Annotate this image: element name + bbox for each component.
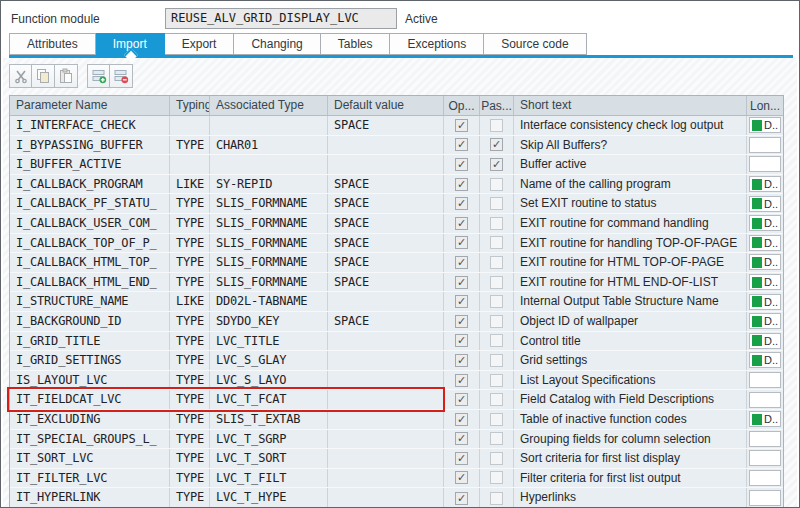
- optional-checkbox[interactable]: ✓: [455, 256, 468, 269]
- default-value-cell[interactable]: [328, 332, 444, 351]
- long-text-button[interactable]: [749, 431, 781, 447]
- optional-checkbox[interactable]: ✓: [455, 471, 468, 484]
- pass-value-checkbox[interactable]: [490, 492, 503, 505]
- associated-type-cell[interactable]: SLIS_FORMNAME: [210, 273, 328, 292]
- short-text-cell[interactable]: EXIT routine for HTML TOP-OF-PAGE: [514, 253, 747, 272]
- default-value-cell[interactable]: [328, 371, 444, 390]
- associated-type-cell[interactable]: LVC_T_HYPE: [210, 488, 328, 508]
- typing-cell[interactable]: TYPE: [170, 410, 210, 429]
- tab-tables[interactable]: Tables: [321, 33, 391, 55]
- typing-cell[interactable]: TYPE: [170, 449, 210, 468]
- long-text-button[interactable]: D..: [749, 411, 781, 427]
- pass-value-checkbox[interactable]: [490, 413, 503, 426]
- optional-checkbox[interactable]: ✓: [455, 217, 468, 230]
- short-text-cell[interactable]: Object ID of wallpaper: [514, 312, 747, 331]
- associated-type-cell[interactable]: LVC_T_FILT: [210, 469, 328, 488]
- pass-value-checkbox[interactable]: [490, 178, 503, 191]
- parameter-name-cell[interactable]: IT_FIELDCAT_LVC: [10, 390, 170, 409]
- typing-cell[interactable]: [170, 155, 210, 174]
- default-value-cell[interactable]: SPACE: [328, 312, 444, 331]
- default-value-cell[interactable]: SPACE: [328, 214, 444, 233]
- optional-checkbox[interactable]: ✓: [455, 334, 468, 347]
- default-value-cell[interactable]: [328, 155, 444, 174]
- optional-checkbox[interactable]: ✓: [455, 178, 468, 191]
- optional-checkbox[interactable]: ✓: [455, 393, 468, 406]
- tab-changing[interactable]: Changing: [234, 33, 320, 55]
- pass-value-checkbox[interactable]: [490, 334, 503, 347]
- pass-value-checkbox[interactable]: [490, 393, 503, 406]
- short-text-cell[interactable]: Buffer active: [514, 155, 747, 174]
- parameter-name-cell[interactable]: I_BUFFER_ACTIVE: [10, 155, 170, 174]
- pass-value-checkbox[interactable]: [490, 354, 503, 367]
- insert-line-icon[interactable]: [87, 64, 110, 88]
- long-text-button[interactable]: D..: [749, 176, 781, 192]
- long-text-button[interactable]: D..: [749, 274, 781, 290]
- long-text-button[interactable]: [749, 470, 781, 486]
- long-text-button[interactable]: D..: [749, 196, 781, 212]
- associated-type-cell[interactable]: [210, 155, 328, 174]
- optional-checkbox[interactable]: ✓: [455, 413, 468, 426]
- default-value-cell[interactable]: [328, 410, 444, 429]
- associated-type-cell[interactable]: CHAR01: [210, 136, 328, 155]
- associated-type-cell[interactable]: [210, 116, 328, 135]
- associated-type-cell[interactable]: LVC_TITLE: [210, 332, 328, 351]
- parameter-name-cell[interactable]: IT_FILTER_LVC: [10, 469, 170, 488]
- default-value-cell[interactable]: SPACE: [328, 175, 444, 194]
- pass-value-checkbox[interactable]: [490, 197, 503, 210]
- tab-export[interactable]: Export: [165, 33, 235, 55]
- typing-cell[interactable]: TYPE: [170, 312, 210, 331]
- short-text-cell[interactable]: Interface consistency check log output: [514, 116, 747, 135]
- optional-checkbox[interactable]: ✓: [455, 158, 468, 171]
- pass-value-checkbox[interactable]: ✓: [490, 138, 503, 151]
- long-text-button[interactable]: [749, 372, 781, 388]
- typing-cell[interactable]: TYPE: [170, 234, 210, 253]
- default-value-cell[interactable]: [328, 136, 444, 155]
- associated-type-cell[interactable]: LVC_S_GLAY: [210, 351, 328, 370]
- default-value-cell[interactable]: [328, 449, 444, 468]
- long-text-button[interactable]: D..: [749, 294, 781, 310]
- short-text-cell[interactable]: EXIT routine for command handling: [514, 214, 747, 233]
- function-module-name-field[interactable]: REUSE_ALV_GRID_DISPLAY_LVC: [165, 8, 397, 29]
- parameter-name-cell[interactable]: I_GRID_SETTINGS: [10, 351, 170, 370]
- short-text-cell[interactable]: Name of the calling program: [514, 175, 747, 194]
- associated-type-cell[interactable]: LVC_T_SORT: [210, 449, 328, 468]
- parameter-name-cell[interactable]: IT_SORT_LVC: [10, 449, 170, 468]
- pass-value-checkbox[interactable]: [490, 315, 503, 328]
- pass-value-checkbox[interactable]: [490, 295, 503, 308]
- associated-type-cell[interactable]: SLIS_FORMNAME: [210, 194, 328, 213]
- short-text-cell[interactable]: Grouping fields for column selection: [514, 430, 747, 449]
- default-value-cell[interactable]: SPACE: [328, 253, 444, 272]
- pass-value-checkbox[interactable]: [490, 276, 503, 289]
- parameter-name-cell[interactable]: I_CALLBACK_HTML_END_: [10, 273, 170, 292]
- typing-cell[interactable]: LIKE: [170, 175, 210, 194]
- short-text-cell[interactable]: Set EXIT routine to status: [514, 194, 747, 213]
- short-text-cell[interactable]: Filter criteria for first list output: [514, 469, 747, 488]
- parameter-name-cell[interactable]: IT_EXCLUDING: [10, 410, 170, 429]
- associated-type-cell[interactable]: LVC_S_LAYO: [210, 371, 328, 390]
- short-text-cell[interactable]: Sort criteria for first list display: [514, 449, 747, 468]
- typing-cell[interactable]: TYPE: [170, 273, 210, 292]
- default-value-cell[interactable]: SPACE: [328, 116, 444, 135]
- long-text-button[interactable]: D..: [749, 313, 781, 329]
- parameter-name-cell[interactable]: I_CALLBACK_TOP_OF_P_: [10, 234, 170, 253]
- pass-value-checkbox[interactable]: [490, 452, 503, 465]
- long-text-button[interactable]: D..: [749, 215, 781, 231]
- typing-cell[interactable]: TYPE: [170, 351, 210, 370]
- tab-exceptions[interactable]: Exceptions: [390, 33, 484, 55]
- optional-checkbox[interactable]: ✓: [455, 374, 468, 387]
- optional-checkbox[interactable]: ✓: [455, 236, 468, 249]
- parameter-name-cell[interactable]: I_CALLBACK_HTML_TOP_: [10, 253, 170, 272]
- long-text-button[interactable]: D..: [749, 254, 781, 270]
- long-text-button[interactable]: D..: [749, 235, 781, 251]
- default-value-cell[interactable]: [328, 469, 444, 488]
- short-text-cell[interactable]: List Layout Specifications: [514, 371, 747, 390]
- associated-type-cell[interactable]: SLIS_T_EXTAB: [210, 410, 328, 429]
- pass-value-checkbox[interactable]: [490, 374, 503, 387]
- default-value-cell[interactable]: [328, 351, 444, 370]
- parameter-name-cell[interactable]: I_CALLBACK_PF_STATU_: [10, 194, 170, 213]
- long-text-button[interactable]: D..: [749, 333, 781, 349]
- parameter-name-cell[interactable]: I_STRUCTURE_NAME: [10, 292, 170, 311]
- parameter-name-cell[interactable]: IT_SPECIAL_GROUPS_L_: [10, 430, 170, 449]
- associated-type-cell[interactable]: LVC_T_FCAT: [210, 390, 328, 409]
- short-text-cell[interactable]: EXIT routine for HTML END-OF-LIST: [514, 273, 747, 292]
